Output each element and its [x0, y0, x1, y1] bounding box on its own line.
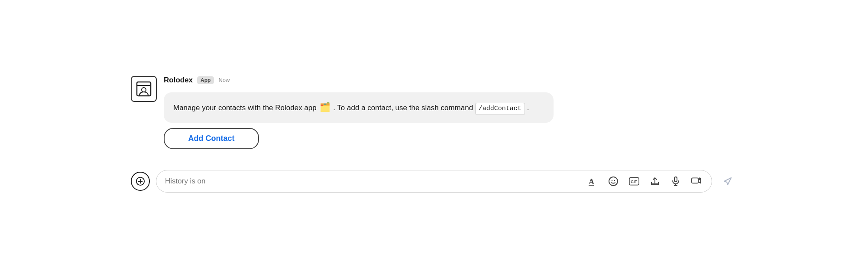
svg-point-2 [142, 88, 146, 92]
add-contact-button[interactable]: Add Contact [164, 128, 259, 149]
svg-rect-13 [674, 177, 677, 182]
message-bubble: Manage your contacts with the Rolodex ap… [164, 92, 554, 123]
svg-rect-0 [137, 82, 151, 96]
add-attachment-button[interactable] [131, 172, 150, 191]
svg-point-9 [612, 180, 612, 180]
video-add-button[interactable] [690, 175, 703, 188]
emoji-icon [608, 176, 619, 186]
video-add-icon [691, 176, 702, 186]
bubble-text-part1: Manage your contacts with the Rolodex ap… [173, 104, 317, 112]
text-format-button[interactable]: A [586, 175, 599, 188]
input-row: A GIF [131, 170, 737, 193]
message-input-wrapper: A GIF [156, 170, 712, 193]
plus-icon [136, 176, 145, 186]
avatar [131, 76, 157, 102]
mic-icon [670, 176, 681, 186]
add-contact-label: Add Contact [188, 134, 235, 143]
bubble-text-part2: . To add a contact, use the slash comman… [333, 104, 473, 112]
message-input[interactable] [165, 177, 586, 186]
svg-text:GIF: GIF [631, 180, 637, 184]
app-badge: App [197, 76, 214, 84]
svg-point-8 [609, 177, 618, 186]
bubble-text-part3: . [527, 104, 529, 112]
slash-command: /addContact [475, 103, 525, 115]
emoji-button[interactable] [607, 175, 620, 188]
upload-icon [650, 176, 660, 186]
send-icon [722, 175, 734, 187]
sender-name: Rolodex [164, 76, 193, 85]
timestamp: Now [218, 77, 230, 83]
message-content-column: Rolodex App Now Manage your contacts wit… [164, 76, 737, 149]
main-container: Rolodex App Now Manage your contacts wit… [131, 67, 737, 201]
message-header: Rolodex App Now [164, 76, 737, 85]
gif-icon: GIF [629, 176, 639, 186]
message-row: Rolodex App Now Manage your contacts wit… [131, 76, 737, 149]
svg-point-10 [614, 180, 615, 180]
gif-button[interactable]: GIF [628, 175, 641, 188]
upload-button[interactable] [648, 175, 661, 188]
rolodex-emoji: 🗂️ [320, 102, 330, 112]
send-button[interactable] [718, 172, 737, 191]
input-icons: A GIF [586, 175, 703, 188]
text-format-icon: A [587, 176, 598, 186]
svg-rect-16 [692, 178, 698, 183]
mic-button[interactable] [669, 175, 682, 188]
